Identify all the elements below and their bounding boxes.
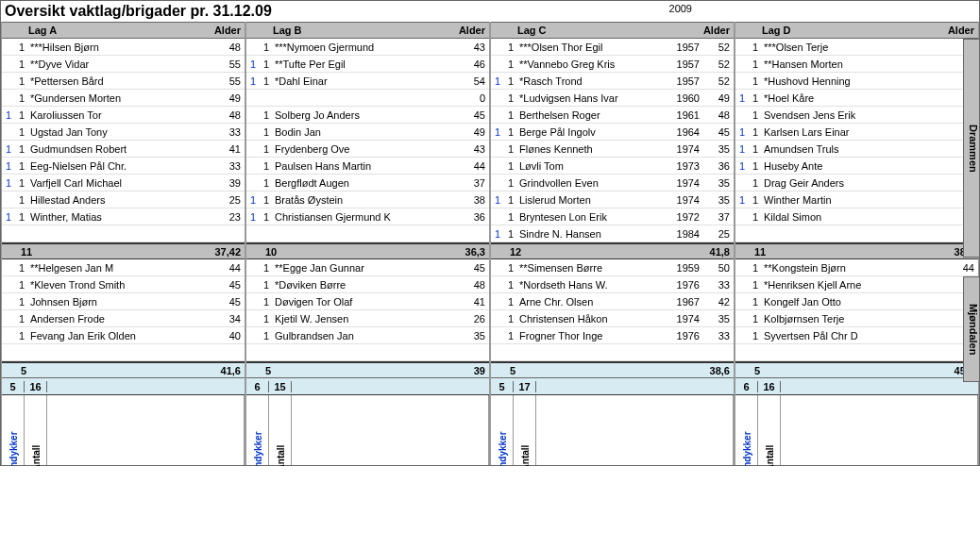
person-row[interactable]: 1*Pettersen Bård55 <box>2 73 245 90</box>
person-row[interactable]: 1*Hushovd Henning49 <box>735 73 978 90</box>
person-row[interactable]: 1*Ludvigsen Hans Ivar196049 <box>491 90 734 107</box>
age-value: 45 <box>455 262 489 274</box>
count-label: Antall <box>275 445 285 466</box>
age-value: 25 <box>211 194 245 206</box>
age-value: 52 <box>700 42 734 53</box>
person-row[interactable]: 1Kongelf Jan Otto50 <box>735 293 978 310</box>
person-row[interactable]: 1Gulbrandsen Jan35 <box>246 327 489 344</box>
empty-row <box>2 225 245 242</box>
summary-row-2: 539 <box>246 361 489 378</box>
person-row[interactable]: 11Sindre N. Hansen198425 <box>491 225 734 242</box>
person-row[interactable]: 1*Kleven Trond Smith45 <box>2 276 245 293</box>
person-row[interactable]: 1Ugstad Jan Tony33 <box>2 124 245 141</box>
person-row[interactable]: 11Amundsen Truls35 <box>735 141 978 158</box>
person-row[interactable]: 11Eeg-Nielsen Pål Chr.33 <box>2 158 245 175</box>
person-row[interactable]: 1Paulsen Hans Martin44 <box>246 158 489 175</box>
person-row[interactable]: 1Arne Chr. Olsen196742 <box>491 293 734 310</box>
person-name: ***Olsen Thor Egil <box>517 42 658 53</box>
person-row[interactable]: 1*Henriksen Kjell Arne53 <box>735 276 978 293</box>
diver-label: Vanndykker <box>252 431 262 466</box>
person-row[interactable]: 1Syvertsen Pål Chr D29 <box>735 327 978 344</box>
count-mark: 1 <box>749 279 762 291</box>
age-header: Alder <box>438 25 485 36</box>
person-row[interactable]: 0 <box>246 90 489 107</box>
diver-label-cell: Vanndykker <box>246 395 269 465</box>
person-row[interactable]: 1***Olsen Terje55 <box>735 39 978 56</box>
person-row[interactable]: 11Huseby Ante34 <box>735 158 978 175</box>
person-row[interactable]: 1**Egge Jan Gunnar45 <box>246 259 489 276</box>
age-value: 40 <box>211 330 245 341</box>
spreadsheet-page: Oversikt vaktlag/brigader pr. 31.12.09 2… <box>0 0 980 466</box>
person-row[interactable]: 11Bratås Øystein38 <box>246 192 489 208</box>
person-row[interactable]: 1Kjetil W. Jensen26 <box>246 310 489 327</box>
person-row[interactable]: 11Berge Pål Ingolv196445 <box>491 124 734 141</box>
team-column: Lag CAlder1***Olsen Thor Egil1957521**Va… <box>490 22 735 465</box>
person-row[interactable]: 1Frogner Thor Inge197633 <box>491 327 734 344</box>
person-row[interactable]: 11Winther, Matias23 <box>2 208 245 225</box>
count-mark: 1 <box>504 143 517 155</box>
person-row[interactable]: 11Christiansen Gjermund K36 <box>246 208 489 225</box>
person-row[interactable]: 1**Simensen Børre195950 <box>491 259 734 276</box>
person-row[interactable]: 11*Hoel Kåre45 <box>735 90 978 107</box>
person-name: *Gundersen Morten <box>28 92 169 104</box>
person-row[interactable]: 1Hillestad Anders25 <box>2 192 245 208</box>
person-row[interactable]: 1Solberg Jo Anders45 <box>246 107 489 124</box>
count-mark: 1 <box>504 92 517 104</box>
count-mark: 1 <box>260 279 273 291</box>
person-row[interactable]: 1Frydenberg Ove43 <box>246 141 489 158</box>
person-name: **Simensen Børre <box>517 262 658 274</box>
person-row[interactable]: 1Andersen Frode34 <box>2 310 245 327</box>
person-row[interactable]: 1*Nordseth Hans W.197633 <box>491 276 734 293</box>
person-row[interactable]: 11**Tufte Per Egil46 <box>246 56 489 73</box>
person-row[interactable]: 1Bodin Jan49 <box>246 124 489 141</box>
age-value: 43 <box>455 143 489 155</box>
person-row[interactable]: 1Christensen Håkon197435 <box>491 310 734 327</box>
person-row[interactable]: 1Bryntesen Lon Erik197237 <box>491 208 734 225</box>
person-row[interactable]: 11*Rasch Trond195752 <box>491 73 734 90</box>
person-row[interactable]: 1Løvli Tom197336 <box>491 158 734 175</box>
person-row[interactable]: 1**Vannebo Greg Kris195752 <box>491 56 734 73</box>
age-value: 48 <box>455 279 489 291</box>
person-row[interactable]: 1***Hilsen Bjørn48 <box>2 39 245 56</box>
person-row[interactable]: 11Varfjell Carl Michael39 <box>2 175 245 192</box>
team-name: Lag B <box>250 25 438 36</box>
birth-year: 1957 <box>658 58 700 70</box>
person-row[interactable]: 1Flønes Kenneth197435 <box>491 141 734 158</box>
person-row[interactable]: 11Karlsen Lars Einar44 <box>735 124 978 141</box>
person-row[interactable]: 11*Dahl Einar54 <box>246 73 489 90</box>
person-row[interactable]: 1**Helgesen Jan M44 <box>2 259 245 276</box>
person-row[interactable]: 1Døvigen Tor Olaf41 <box>246 293 489 310</box>
person-row[interactable]: 1Drag Geir Anders38 <box>735 175 978 192</box>
age-value: 45 <box>211 296 245 308</box>
person-row[interactable]: 1Svendsen Jens Erik47 <box>735 107 978 124</box>
birth-year: 1974 <box>658 313 700 325</box>
age-value: 39 <box>211 177 245 189</box>
age-value: 35 <box>700 194 734 206</box>
person-row[interactable]: 11Karoliussen Tor48 <box>2 107 245 124</box>
person-row[interactable]: 1*Døviken Børre48 <box>246 276 489 293</box>
person-row[interactable]: 1Berthelsen Roger196148 <box>491 107 734 124</box>
person-row[interactable]: 11Winther Martin32 <box>735 192 978 208</box>
person-row[interactable]: 1*Gundersen Morten49 <box>2 90 245 107</box>
person-row[interactable]: 1**Dyve Vidar55 <box>2 56 245 73</box>
person-row[interactable]: 1***Nymoen Gjermund43 <box>246 39 489 56</box>
person-row[interactable]: 1Bergflødt Augen37 <box>246 175 489 192</box>
person-name: *Døviken Børre <box>273 279 414 291</box>
birth-year: 1972 <box>658 211 700 223</box>
age-value: 37 <box>700 211 734 223</box>
person-row[interactable]: 1**Hansen Morten53 <box>735 56 978 73</box>
count-mark: 1 <box>749 177 762 189</box>
person-name: **Helgesen Jan M <box>28 262 169 274</box>
person-row[interactable]: 1**Kongstein Bjørn44 <box>735 259 978 276</box>
person-row[interactable]: 1Kildal Simon34 <box>735 208 978 225</box>
person-row[interactable]: 1Johnsen Bjørn45 <box>2 293 245 310</box>
person-row[interactable]: 1***Olsen Thor Egil195752 <box>491 39 734 56</box>
count-mark: 1 <box>15 160 28 172</box>
person-row[interactable]: 1Grindvollen Even197435 <box>491 175 734 192</box>
count-mark: 1 <box>260 211 273 223</box>
person-row[interactable]: 11Gudmundsen Robert41 <box>2 141 245 158</box>
age-value: 38 <box>455 194 489 206</box>
person-row[interactable]: 11Lislerud Morten197435 <box>491 192 734 208</box>
person-row[interactable]: 1Fevang Jan Erik Olden40 <box>2 327 245 344</box>
person-row[interactable]: 1Kolbjørnsen Terje51 <box>735 310 978 327</box>
